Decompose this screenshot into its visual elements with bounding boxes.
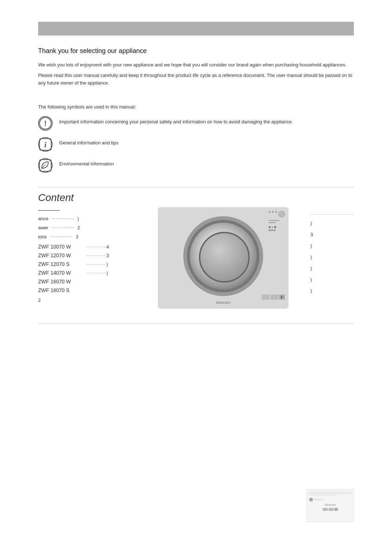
washer-image-area: ⊕ Electrolux [151,207,354,309]
toc-top-line [38,210,60,211]
bottom-page-number: 2 [38,297,151,303]
toc-row-awer: awer 2 [38,225,151,230]
content-title: Content [38,192,354,204]
panel-detail: ⊕ [269,211,285,231]
brand-label: Electrolux [216,301,230,304]
thumbnail-brand: Electrolux [309,504,351,506]
warning-icon: ! [38,116,53,131]
model-row-3: ZWF 12070 S ) [38,261,151,267]
model-row-6: ZWF 16070 S [38,287,151,293]
page-thumbnail: Electrolux [307,489,354,522]
model-name-4: ZWF 14070 W [38,270,85,276]
washer-inner [199,232,250,283]
bottom-buttons [262,295,285,300]
symbol-row-warning: ! Important information concerning your … [38,116,354,131]
model-row-4: ZWF 14070 W ) [38,270,151,276]
svg-text:!: ! [44,119,47,127]
header-bar [38,22,354,36]
bottom-divider [38,323,354,324]
washer-preview: ⊕ Electrolux [158,207,289,309]
warning-text: Important information concerning your pe… [59,116,293,126]
symbol-row-info: i General information and tips [38,137,354,152]
symbols-intro-text: The following symbols are used in this m… [38,104,354,110]
symbol-row-eco: Environmental information [38,158,354,173]
section-divider [38,187,354,188]
model-name-6: ZWF 16070 S [38,287,85,293]
page-preview-area: ance ) awer 2 ions 3 ZWF 1007 [38,207,354,309]
right-page-numbers: ) 3 ) ) ) ) ) [310,207,354,294]
model-name-3: ZWF 12070 S [38,261,85,267]
model-list: ZWF 10070 W 4 ZWF 12070 W 3 ZWF 12070 S … [38,244,151,293]
model-name-5: ZWF 16070 W [38,279,85,284]
model-name-1: ZWF 10070 W [38,244,85,250]
model-row-1: ZWF 10070 W 4 [38,244,151,250]
toc-row-ions: ions 3 [38,234,151,239]
svg-text:i: i [44,140,47,149]
svg-rect-4 [40,160,51,171]
page-wrapper: Thank you for selecting our appliance We… [0,22,392,554]
model-row-2: ZWF 12070 W 3 [38,253,151,258]
content-section: Electrolux Content ance ) [0,192,392,309]
washer-drum [187,220,260,292]
main-content: Thank you for selecting our appliance We… [0,47,392,173]
info-icon: i [38,137,53,152]
toc-left: ance ) awer 2 ions 3 ZWF 1007 [38,207,151,309]
eco-icon [38,158,53,173]
intro-para2: Please read this user manual carefully a… [38,72,354,87]
intro-para1: We wish you lots of enjoyment with your … [38,61,354,69]
model-name-2: ZWF 12070 W [38,253,85,258]
eco-text: Environmental information [59,158,114,168]
toc-row-ance: ance ) [38,216,151,221]
intro-title: Thank you for selecting our appliance [38,47,354,55]
model-row-5: ZWF 16070 W [38,279,151,284]
info-text: General information and tips [59,137,118,147]
